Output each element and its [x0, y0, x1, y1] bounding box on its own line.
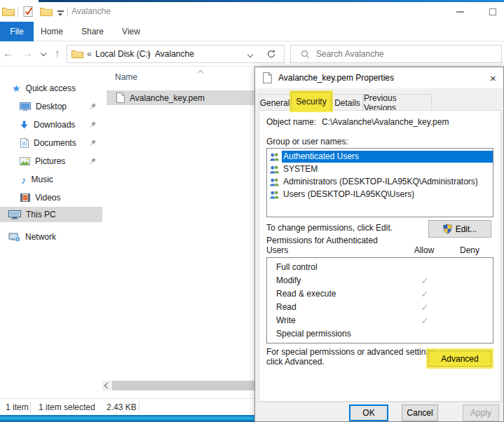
group-row-authenticated-users[interactable]: Authenticated Users — [267, 150, 493, 163]
tab-security[interactable]: Security — [291, 92, 332, 111]
sidebar-item-pictures[interactable]: Pictures — [0, 154, 102, 169]
permission-row-write: Write ✓ — [267, 314, 493, 327]
customize-toolbar-chevron-icon[interactable] — [57, 11, 64, 17]
tab-file[interactable]: File — [0, 22, 34, 41]
column-header-label: Name — [115, 72, 137, 82]
desktop-icon — [20, 102, 31, 111]
advanced-hint-line2: click Advanced. — [266, 357, 325, 367]
sidebar-item-label: This PC — [26, 210, 56, 219]
sidebar-item-downloads[interactable]: Downloads — [0, 117, 102, 132]
minimize-button[interactable] — [449, 2, 471, 21]
permission-name: Read & execute — [276, 289, 336, 299]
search-box[interactable] — [290, 45, 502, 63]
edit-button[interactable]: Edit... — [428, 220, 491, 238]
scroll-left-button[interactable] — [102, 381, 112, 390]
recent-locations-chevron-icon[interactable] — [41, 50, 46, 56]
item-count: 1 item — [6, 402, 29, 412]
users-icon — [269, 177, 280, 186]
tab-previous-versions[interactable]: Previous Versions — [363, 94, 432, 111]
download-arrow-icon — [20, 121, 29, 130]
sidebar-item-label: Network — [25, 232, 56, 242]
forward-icon[interactable]: → — [22, 47, 33, 60]
permission-row-full-control: Full control — [267, 261, 493, 274]
horizontal-scrollbar[interactable] — [102, 381, 254, 390]
breadcrumb-disk[interactable]: Local Disk (C:) — [95, 49, 151, 59]
sidebar-item-label: Videos — [35, 193, 60, 203]
pin-icon — [90, 157, 97, 165]
pictures-icon — [20, 157, 30, 165]
up-icon[interactable]: ↑ — [55, 47, 60, 60]
this-pc-icon — [8, 210, 21, 219]
deny-column-header: Deny — [456, 245, 484, 255]
network-icon — [8, 233, 20, 242]
quick-access-star-icon: ★ — [12, 83, 21, 93]
allow-checkmark: ✓ — [411, 314, 439, 327]
scrollbar-thumb[interactable] — [112, 381, 254, 390]
dialog-title-bar: Avalanche_key.pem Properties × — [255, 67, 503, 88]
sidebar-item-videos[interactable]: Videos — [0, 190, 102, 205]
tab-details[interactable]: Details — [332, 94, 363, 111]
divider — [255, 402, 503, 402]
ok-button[interactable]: OK — [349, 404, 388, 421]
column-header-name[interactable]: Name — [107, 69, 254, 86]
permissions-listbox[interactable]: Full control Modify ✓ Read & execute ✓ R… — [266, 257, 493, 343]
file-row[interactable]: Avalanche_key.pem — [107, 90, 254, 105]
sidebar-item-desktop[interactable]: Desktop — [0, 99, 102, 114]
window-title: Avalanche — [71, 6, 111, 16]
back-icon[interactable]: ← — [3, 47, 13, 60]
object-name-label: Object name: — [266, 117, 316, 127]
allow-checkmark: ✓ — [411, 301, 439, 314]
refresh-icon[interactable] — [266, 49, 276, 59]
sidebar-item-this-pc[interactable]: This PC — [0, 207, 102, 222]
group-names-listbox[interactable]: Authenticated Users SYSTEM Administrator… — [266, 148, 493, 217]
breadcrumb-folder[interactable]: Avalanche — [155, 49, 194, 59]
crumb-separator: › — [147, 49, 150, 59]
divider — [67, 7, 68, 17]
dialog-title: Avalanche_key.pem Properties — [278, 73, 394, 83]
cancel-button[interactable]: Cancel — [402, 404, 438, 421]
permissions-label-line2: Users — [266, 245, 288, 255]
group-row-administrators[interactable]: Administrators (DESKTOP-ILA95KQ\Administ… — [267, 175, 493, 188]
properties-shortcut-icon[interactable] — [23, 6, 34, 18]
users-icon — [269, 165, 280, 174]
group-name: SYSTEM — [282, 163, 493, 175]
advanced-button[interactable]: Advanced — [428, 350, 491, 367]
group-name: Users (DESKTOP-ILA95KQ\Users) — [282, 189, 493, 200]
folder-icon[interactable] — [40, 7, 53, 17]
search-input[interactable] — [316, 46, 498, 62]
maximize-button[interactable] — [482, 2, 504, 21]
tab-home[interactable]: Home — [36, 22, 67, 41]
apply-button-label: Apply — [470, 408, 491, 418]
sidebar-item-network[interactable]: Network — [0, 229, 102, 245]
users-icon — [269, 152, 280, 161]
group-row-system[interactable]: SYSTEM — [267, 163, 493, 175]
group-row-users[interactable]: Users (DESKTOP-ILA95KQ\Users) — [267, 188, 493, 200]
address-bar[interactable]: « Local Disk (C:) › Avalanche — [67, 45, 285, 63]
navigation-bar: ← → ↑ « Local Disk (C:) › Avalanche — [0, 41, 504, 67]
permission-row-modify: Modify ✓ — [267, 274, 493, 287]
pin-icon — [90, 102, 97, 110]
folder-icon[interactable] — [2, 7, 15, 17]
address-dropdown-chevron-icon[interactable] — [247, 52, 253, 57]
sidebar-item-documents[interactable]: Documents — [0, 135, 102, 151]
sidebar-item-music[interactable]: ♪ Music — [0, 172, 102, 187]
object-name-value: C:\Avalanche\Avalanche_key.pem — [322, 117, 449, 127]
folder-icon — [71, 50, 83, 59]
tab-share[interactable]: Share — [77, 22, 108, 41]
crumb-prefix: « — [87, 49, 92, 59]
file-name: Avalanche_key.pem — [130, 93, 205, 103]
tab-general[interactable]: General — [259, 94, 291, 111]
sidebar-item-quick-access[interactable]: ★ Quick access — [0, 81, 102, 96]
sidebar-item-label: Pictures — [35, 156, 65, 166]
apply-button[interactable]: Apply — [463, 404, 499, 421]
uac-shield-icon — [443, 224, 452, 234]
ribbon-tab-bar: File Home Share View — [0, 22, 504, 41]
divider — [30, 402, 31, 412]
properties-dialog: Avalanche_key.pem Properties × General S… — [254, 67, 504, 422]
permission-row-read: Read ✓ — [267, 301, 493, 314]
tab-view[interactable]: View — [116, 22, 146, 41]
chevron-left-icon — [104, 383, 110, 388]
music-note-icon: ♪ — [21, 175, 27, 185]
videos-icon — [20, 193, 30, 202]
close-icon[interactable]: × — [483, 67, 503, 88]
